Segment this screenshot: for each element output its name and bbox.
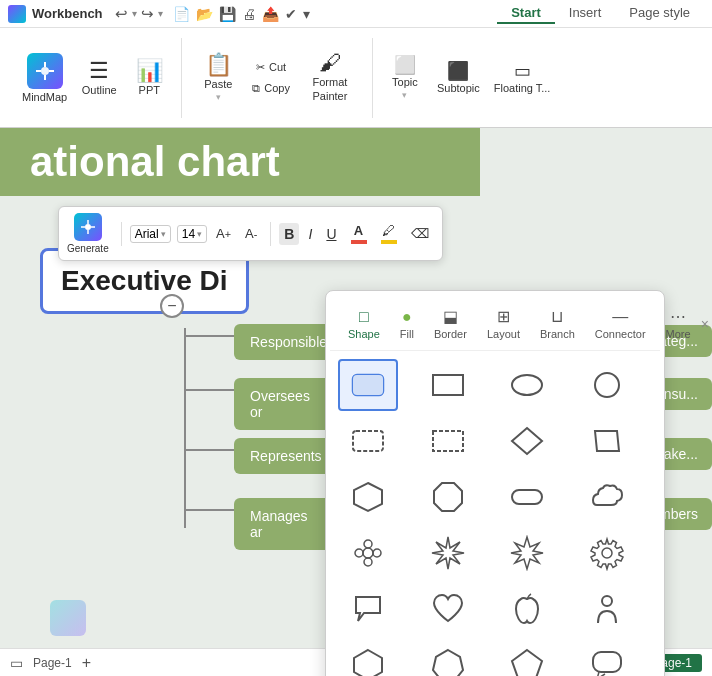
font-color-button[interactable]: A — [346, 220, 372, 247]
redo-button[interactable]: ↪ — [141, 5, 154, 23]
svg-point-25 — [355, 549, 363, 557]
more-icon[interactable]: ▾ — [303, 6, 310, 22]
shape-rect-dashed[interactable] — [418, 415, 478, 467]
branch-node-1[interactable]: Responsible — [234, 324, 334, 360]
popup-close-button[interactable]: × — [701, 316, 709, 332]
shape-stadium[interactable] — [497, 471, 557, 523]
watermark — [50, 600, 86, 636]
shape-pentagon[interactable] — [497, 639, 557, 676]
shape-apple[interactable] — [497, 583, 557, 635]
subtopic-button[interactable]: ⬛ Subtopic — [431, 58, 486, 98]
shape-rect[interactable] — [418, 359, 478, 411]
print-icon[interactable]: 🖨 — [242, 6, 256, 22]
format-painter-button[interactable]: 🖌 Format Painter — [296, 48, 364, 106]
branch-node-2[interactable]: Oversees or — [234, 378, 334, 430]
floating-label: Floating T... — [494, 82, 551, 94]
shape-octagon[interactable] — [418, 471, 478, 523]
svg-point-29 — [602, 548, 612, 558]
save-icon[interactable]: 💾 — [219, 6, 236, 22]
redo-dropdown[interactable]: ▾ — [158, 8, 163, 19]
shape-parallelogram[interactable] — [577, 415, 637, 467]
paste-label: Paste — [204, 78, 232, 90]
shape-diamond[interactable] — [497, 415, 557, 467]
undo-dropdown[interactable]: ▾ — [132, 8, 137, 19]
check-icon[interactable]: ✔ — [285, 6, 297, 22]
shape-tab-layout[interactable]: ⊞ Layout — [477, 303, 530, 344]
shape-flower[interactable] — [338, 527, 398, 579]
branch-node-4[interactable]: Manages ar — [234, 498, 334, 550]
tab-start[interactable]: Start — [497, 3, 555, 24]
copy-icon: ⧉ — [252, 82, 260, 95]
italic-button[interactable]: I — [303, 223, 317, 245]
tab-insert[interactable]: Insert — [555, 3, 616, 24]
branch-node-3[interactable]: Represents — [234, 438, 334, 474]
svg-rect-21 — [512, 490, 542, 504]
font-decrease-button[interactable]: A- — [240, 223, 262, 244]
svg-rect-16 — [433, 431, 463, 451]
floating-button[interactable]: ▭ Floating T... — [488, 58, 557, 98]
shape-tab-more[interactable]: ⋯ More — [656, 303, 701, 344]
shape-tab-border[interactable]: ⬓ Border — [424, 303, 477, 344]
undo-button[interactable]: ↩ — [115, 5, 128, 23]
font-increase-button[interactable]: A+ — [211, 223, 236, 244]
svg-point-13 — [512, 375, 542, 395]
shape-tab-branch[interactable]: ⊔ Branch — [530, 303, 585, 344]
app-logo — [8, 5, 26, 23]
copy-button[interactable]: ⧉ Copy — [248, 80, 294, 97]
shape-heptagon[interactable] — [418, 639, 478, 676]
shape-tab-fill-icon: ● — [402, 308, 412, 326]
shape-tab-connector[interactable]: — Connector — [585, 304, 656, 344]
topic-dropdown[interactable]: ▾ — [402, 90, 407, 100]
svg-rect-34 — [593, 652, 621, 672]
shape-gear[interactable] — [577, 527, 637, 579]
executive-director-text: Executive Di — [61, 265, 228, 296]
fmt-sep-1 — [121, 222, 122, 246]
paste-button[interactable]: 📋 Paste ▾ — [190, 50, 246, 106]
shape-circle[interactable] — [577, 359, 637, 411]
bold-button[interactable]: B — [279, 223, 299, 245]
mindmap-button[interactable]: MindMap — [16, 49, 73, 107]
new-icon[interactable]: 📄 — [173, 6, 190, 22]
shape-speech-bubble-round[interactable] — [577, 639, 637, 676]
highlight-button[interactable]: 🖊 — [376, 220, 402, 247]
shape-tab-fill[interactable]: ● Fill — [390, 304, 424, 344]
font-selector[interactable]: Arial ▾ — [130, 225, 171, 243]
app-title: Workbench — [32, 6, 103, 21]
shape-cloud[interactable] — [577, 471, 637, 523]
shape-tab-more-icon: ⋯ — [670, 307, 686, 326]
topic-button[interactable]: ⬜ Topic ▾ — [381, 52, 429, 104]
shape-tab-shape[interactable]: □ Shape — [338, 304, 390, 344]
shape-hexagon2[interactable] — [338, 639, 398, 676]
cut-button[interactable]: ✂ Cut — [248, 59, 294, 76]
page1-label: Page-1 — [33, 656, 72, 670]
shape-rounded-rect-dashed[interactable] — [338, 415, 398, 467]
main-toolbar: MindMap ☰ Outline 📊 PPT 📋 Paste ▾ ✂ Cut … — [0, 28, 712, 128]
cut-icon: ✂ — [256, 61, 265, 74]
underline-button[interactable]: U — [321, 223, 341, 245]
open-icon[interactable]: 📂 — [196, 6, 213, 22]
format-toolbar: Generate Arial ▾ 14 ▾ A+ A- B I U A 🖊 — [58, 206, 443, 261]
shape-speech-bubble-left[interactable] — [338, 583, 398, 635]
subtopic-label: Subtopic — [437, 82, 480, 94]
paste-dropdown[interactable]: ▾ — [216, 92, 221, 102]
shape-hexagon[interactable] — [338, 471, 398, 523]
tab-pagestyle[interactable]: Page style — [615, 3, 704, 24]
vertical-connector — [184, 328, 186, 528]
svg-marker-31 — [354, 650, 382, 676]
shape-starburst2[interactable] — [497, 527, 557, 579]
collapse-button[interactable]: − — [160, 294, 184, 318]
eraser-button[interactable]: ⌫ — [406, 223, 434, 244]
export-icon[interactable]: 📤 — [262, 6, 279, 22]
shape-starburst[interactable] — [418, 527, 478, 579]
shape-rounded-rect[interactable] — [338, 359, 398, 411]
generate-button[interactable]: Generate — [67, 213, 109, 254]
shape-heart[interactable] — [418, 583, 478, 635]
shape-ellipse[interactable] — [497, 359, 557, 411]
outline-button[interactable]: ☰ Outline — [75, 56, 123, 100]
ppt-button[interactable]: 📊 PPT — [125, 56, 173, 100]
shape-person[interactable] — [577, 583, 637, 635]
add-page-button[interactable]: + — [82, 654, 91, 672]
view-icon[interactable]: ▭ — [10, 655, 23, 671]
font-size-selector[interactable]: 14 ▾ — [177, 225, 207, 243]
generate-label: Generate — [67, 243, 109, 254]
